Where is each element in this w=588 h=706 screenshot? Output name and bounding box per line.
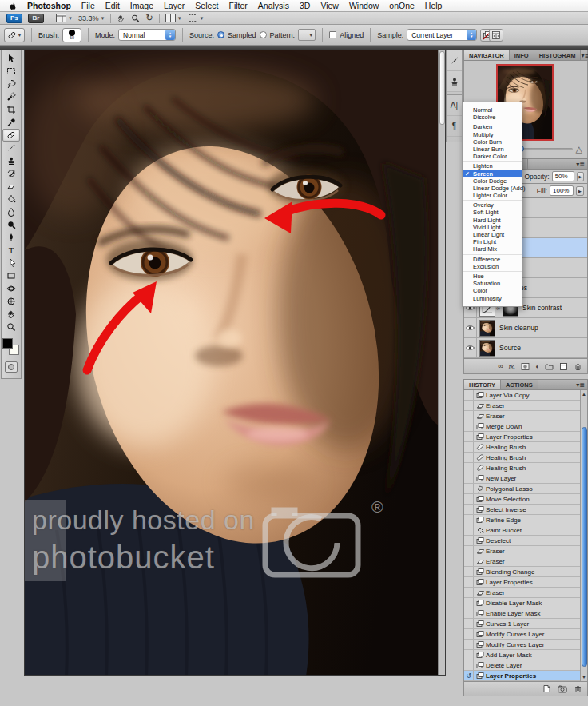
zoom-in-mountain-icon[interactable]: △ <box>576 144 582 154</box>
history-state-row[interactable]: Delete Layer <box>464 660 587 671</box>
document-canvas[interactable]: proudly hosted on photobucket ® <box>24 50 446 676</box>
history-brush-source-well[interactable] <box>464 505 474 514</box>
history-state-row[interactable]: Layer Via Copy <box>464 390 587 401</box>
tab-histogram[interactable]: HISTOGRAM <box>534 50 582 60</box>
tab-actions[interactable]: ACTIONS <box>501 380 538 389</box>
history-brush-source-well[interactable] <box>464 453 474 462</box>
history-brush-source-well[interactable] <box>464 401 474 410</box>
delete-layer-icon[interactable] <box>574 362 582 371</box>
blend-mode-normal[interactable]: Normal <box>463 106 522 114</box>
clone-source-panel-icon[interactable] <box>447 71 462 92</box>
tool-type[interactable]: T <box>2 244 20 257</box>
history-state-row[interactable]: Select Inverse <box>464 505 587 515</box>
history-state-row[interactable]: Merge Down <box>464 421 587 432</box>
aligned-checkbox[interactable] <box>329 31 336 38</box>
history-brush-source-well[interactable] <box>464 536 474 545</box>
blend-mode-linear-light[interactable]: Linear Light <box>463 231 522 238</box>
tool-eyedropper[interactable] <box>2 116 20 129</box>
history-brush-source-well[interactable] <box>464 442 474 452</box>
opacity-stepper[interactable]: ▶ <box>577 172 584 181</box>
pattern-radio[interactable] <box>260 31 267 38</box>
history-brush-source-well[interactable] <box>464 608 474 618</box>
blend-mode-color-dodge[interactable]: Color Dodge <box>463 177 522 185</box>
blend-mode-color[interactable]: Color <box>463 287 522 294</box>
hand-tool-button[interactable] <box>117 14 125 23</box>
layer-thumbnail[interactable] <box>479 320 495 337</box>
history-state-row[interactable]: Eraser <box>464 401 587 411</box>
history-brush-source-well[interactable] <box>464 473 474 483</box>
history-state-row[interactable]: New Layer <box>464 473 587 484</box>
tool-move[interactable] <box>2 52 20 65</box>
history-brush-source-well[interactable] <box>464 619 474 628</box>
new-adjustment-layer-icon[interactable]: ◐ <box>535 363 539 370</box>
history-brush-source-well[interactable] <box>464 556 474 566</box>
blend-mode-screen[interactable]: Screen✓ <box>463 170 522 177</box>
frame-layout-button[interactable]: ▼ <box>56 14 73 22</box>
history-brush-source-well[interactable] <box>464 432 474 441</box>
blend-mode-pin-light[interactable]: Pin Light <box>463 238 522 245</box>
menu-filter[interactable]: Filter <box>228 1 247 10</box>
workspace-palette-button[interactable] <box>489 29 503 42</box>
history-brush-source-well[interactable] <box>464 494 474 504</box>
history-state-row[interactable]: Eraser <box>464 556 587 567</box>
history-brush-source-well[interactable] <box>464 515 474 525</box>
history-brush-source-well[interactable] <box>464 598 474 608</box>
menu-analysis[interactable]: Analysis <box>258 1 289 10</box>
layer-visibility-eye-icon[interactable] <box>464 338 477 357</box>
new-group-icon[interactable] <box>545 362 554 371</box>
tool-history-brush[interactable] <box>2 167 20 180</box>
paragraph-panel-icon[interactable]: ¶ <box>447 116 462 137</box>
fill-stepper[interactable]: ▶ <box>576 186 584 196</box>
tool-blur[interactable] <box>2 205 20 218</box>
blend-mode-linear-dodge-add-[interactable]: Linear Dodge (Add) <box>463 185 522 192</box>
fill-value[interactable]: 100% <box>550 185 574 196</box>
history-panel-menu-icon[interactable]: ▾≣ <box>576 380 587 389</box>
tool-hand[interactable] <box>2 308 20 321</box>
history-state-row[interactable]: Polygonal Lasso <box>464 484 587 494</box>
history-brush-source-well[interactable] <box>464 640 474 649</box>
menu-layer[interactable]: Layer <box>164 1 185 10</box>
layer-row[interactable]: Source <box>464 338 587 358</box>
tool-eraser[interactable] <box>2 180 20 193</box>
zoom-tool-button[interactable] <box>131 14 140 23</box>
blend-mode-dissolve[interactable]: Dissolve <box>463 114 522 121</box>
mode-select[interactable]: Normal ▲▼ <box>118 29 176 41</box>
history-state-row[interactable]: Paint Bucket <box>464 525 587 536</box>
history-state-row[interactable]: Blending Change <box>464 567 587 577</box>
tool-lasso[interactable] <box>2 78 20 90</box>
menu-edit[interactable]: Edit <box>105 1 120 10</box>
history-state-row[interactable]: Healing Brush <box>464 442 587 453</box>
tool-shape[interactable] <box>2 269 20 282</box>
scroll-down-arrow-icon[interactable]: ▼ <box>582 675 586 680</box>
menu-help[interactable]: Help <box>425 1 443 10</box>
history-brush-source-well[interactable] <box>464 411 474 421</box>
history-state-row[interactable]: Eraser <box>464 546 587 556</box>
new-layer-icon[interactable] <box>559 362 568 371</box>
history-state-row[interactable]: Layer Properties <box>464 577 587 588</box>
history-state-row[interactable]: Enable Layer Mask <box>464 608 587 619</box>
tool-crop[interactable] <box>2 103 20 116</box>
tool-quick-selection[interactable] <box>2 90 20 103</box>
menu-photoshop[interactable]: Photoshop <box>27 1 71 10</box>
history-brush-source-well[interactable] <box>464 629 474 639</box>
blend-mode-difference[interactable]: Difference <box>463 256 522 263</box>
tool-3d-rotate[interactable] <box>2 282 20 295</box>
layer-row[interactable]: Skin cleanup <box>464 318 587 338</box>
canvas-vertical-scrollbar[interactable] <box>438 50 445 676</box>
tool-clone-stamp[interactable] <box>2 154 20 167</box>
rotate-view-button[interactable]: ↻ <box>145 13 153 23</box>
history-state-row[interactable]: Refine Edge <box>464 515 587 525</box>
quick-mask-button[interactable] <box>5 361 18 373</box>
blend-mode-lighten[interactable]: Lighten <box>463 162 522 170</box>
history-state-row[interactable]: Curves 1 Layer <box>464 619 587 629</box>
brush-preset-picker[interactable]: 60 <box>62 28 81 42</box>
history-brush-source-well[interactable] <box>464 463 474 473</box>
blend-mode-linear-burn[interactable]: Linear Burn <box>463 146 522 153</box>
menu-image[interactable]: Image <box>130 1 153 10</box>
tool-paint-bucket[interactable] <box>2 193 20 205</box>
menu-window[interactable]: Window <box>349 1 379 10</box>
blend-mode-darker-color[interactable]: Darker Color <box>463 153 522 160</box>
blend-mode-exclusion[interactable]: Exclusion <box>463 263 522 270</box>
history-state-row[interactable]: Modify Curves Layer <box>464 640 587 650</box>
bridge-icon[interactable]: Br <box>28 14 44 23</box>
